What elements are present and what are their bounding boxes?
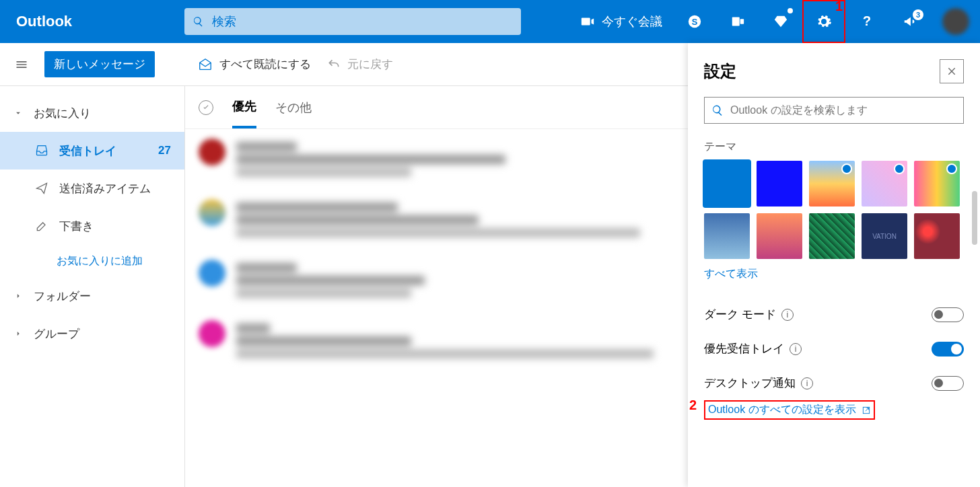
edit-icon: [35, 219, 48, 233]
desktop-notifications-row: デスクトップ通知i: [704, 366, 964, 400]
new-message-button[interactable]: 新しいメッセージ: [44, 51, 155, 77]
settings-panel: 設定 テーマ VATION すべて表示 ダーク モードi 優先受信トレイi デス…: [688, 43, 980, 487]
inbox-folder[interactable]: 受信トレイ 27: [0, 132, 184, 170]
tab-focused[interactable]: 優先: [232, 86, 256, 128]
video-icon: [580, 14, 595, 29]
info-icon[interactable]: i: [781, 309, 794, 321]
info-icon[interactable]: i: [790, 343, 802, 355]
svg-text:S: S: [692, 17, 698, 27]
undo-icon: [327, 58, 341, 71]
dark-mode-row: ダーク モードi: [704, 297, 964, 332]
header-actions: 今すぐ会議 S 1 ? 3: [569, 0, 980, 43]
focused-inbox-row: 優先受信トレイi: [704, 332, 964, 366]
theme-tile[interactable]: [914, 213, 960, 259]
app-logo: Outlook: [0, 13, 184, 30]
chevron-down-icon: [13, 108, 23, 118]
select-all-toggle[interactable]: [199, 100, 213, 115]
sent-folder[interactable]: 送信済みアイテム: [0, 170, 184, 207]
settings-search[interactable]: [704, 97, 964, 124]
teams-button[interactable]: [716, 0, 759, 43]
theme-tile[interactable]: [704, 161, 750, 207]
annotation-1: 1: [835, 0, 843, 14]
help-icon: ?: [860, 14, 874, 29]
theme-tile[interactable]: [809, 213, 855, 259]
send-icon: [35, 182, 48, 195]
scrollbar[interactable]: [972, 191, 977, 245]
mark-all-read-button[interactable]: すべて既読にする: [198, 57, 311, 72]
theme-tile[interactable]: [862, 161, 907, 207]
gear-icon: [816, 13, 832, 30]
drafts-folder[interactable]: 下書き: [0, 207, 184, 245]
search-icon: [711, 104, 724, 116]
theme-picker: VATION: [704, 161, 964, 259]
theme-tile[interactable]: [704, 213, 750, 259]
folders-section[interactable]: フォルダー: [0, 277, 184, 315]
show-all-themes-link[interactable]: すべて表示: [704, 267, 758, 281]
close-settings-button[interactable]: [940, 59, 964, 83]
teams-icon: [730, 14, 745, 29]
settings-button[interactable]: 1: [802, 0, 845, 43]
svg-text:?: ?: [863, 14, 871, 28]
premium-button[interactable]: [759, 0, 802, 43]
view-all-settings-link[interactable]: Outlook のすべての設定を表示: [704, 400, 875, 420]
add-favorite-link[interactable]: お気に入りに追加: [0, 245, 184, 277]
chevron-right-icon: [13, 291, 23, 301]
settings-search-input[interactable]: [730, 104, 956, 116]
info-icon[interactable]: i: [801, 377, 813, 389]
help-button[interactable]: ?: [845, 0, 888, 43]
undo-button: 元に戻す: [327, 57, 393, 72]
tab-other[interactable]: その他: [275, 86, 312, 128]
favorites-section[interactable]: お気に入り: [0, 94, 184, 132]
hamburger-icon: [15, 58, 28, 71]
theme-tile[interactable]: [757, 161, 802, 207]
svg-rect-3: [740, 19, 744, 24]
inbox-icon: [35, 144, 48, 157]
notification-badge: 3: [913, 9, 923, 20]
app-header: Outlook 今すぐ会議 S 1 ? 3: [0, 0, 980, 43]
folder-sidebar: お気に入り 受信トレイ 27 送信済みアイテム 下書き お気に入りに追加 フォル…: [0, 86, 184, 487]
annotation-2: 2: [689, 398, 697, 413]
nav-toggle[interactable]: [0, 58, 43, 71]
global-search[interactable]: [184, 8, 521, 35]
notifications-button[interactable]: 3: [888, 0, 932, 43]
theme-tile[interactable]: [914, 161, 960, 207]
search-icon: [193, 15, 204, 28]
desktop-notifications-toggle[interactable]: [932, 376, 964, 391]
meet-now-button[interactable]: 今すぐ会議: [569, 0, 673, 43]
popout-icon: [862, 406, 871, 415]
skype-button[interactable]: S: [673, 0, 716, 43]
focused-inbox-toggle[interactable]: [932, 342, 964, 357]
svg-rect-2: [732, 17, 740, 26]
theme-section-label: テーマ: [704, 140, 964, 154]
dark-mode-toggle[interactable]: [932, 307, 964, 322]
skype-icon: S: [687, 14, 702, 29]
inbox-count: 27: [158, 144, 171, 157]
search-input[interactable]: [212, 15, 513, 29]
theme-tile[interactable]: [809, 161, 855, 207]
chevron-right-icon: [13, 329, 23, 338]
mail-open-icon: [198, 57, 213, 72]
groups-section[interactable]: グループ: [0, 315, 184, 352]
close-icon: [946, 66, 957, 77]
settings-title: 設定: [704, 61, 736, 82]
theme-tile[interactable]: VATION: [862, 213, 907, 259]
theme-tile[interactable]: [757, 213, 802, 259]
user-avatar[interactable]: [942, 8, 969, 35]
diamond-icon: [773, 14, 788, 29]
